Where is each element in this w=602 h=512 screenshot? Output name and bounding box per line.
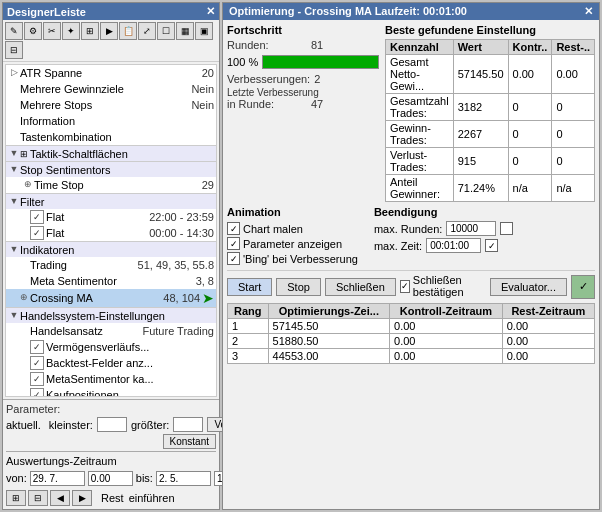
max-zeit-label: max. Zeit: xyxy=(374,240,422,252)
checkbox-flat2[interactable]: ✓ xyxy=(30,226,44,240)
bis-label: bis: xyxy=(136,472,153,484)
von-time-input[interactable] xyxy=(88,471,133,486)
best-settings-label: Beste gefundene Einstellung xyxy=(385,24,595,36)
cell-kennzahl: Verlust-Trades: xyxy=(385,148,453,175)
toolbar-btn-1[interactable]: ✎ xyxy=(5,22,23,40)
cell-rang: 1 xyxy=(228,319,269,334)
cell-wert: 3182 xyxy=(453,94,508,121)
toolbar-btn-11[interactable]: ▣ xyxy=(195,22,213,40)
stop-button[interactable]: Stop xyxy=(276,278,321,296)
max-zeit-input[interactable] xyxy=(426,238,481,253)
animation-label: Animation xyxy=(227,206,358,218)
tree-section-filter[interactable]: ▼ Filter xyxy=(6,193,216,209)
kleinster-input[interactable] xyxy=(97,417,127,432)
checkbox-schliessen[interactable]: ✓ xyxy=(400,280,410,293)
col-rest: Rest-.. xyxy=(552,40,595,55)
best-settings-table: Kennzahl Wert Kontr.. Rest-.. Gesamt Net… xyxy=(385,39,595,202)
check-mark-button[interactable]: ✓ xyxy=(571,275,595,299)
runden-value: 81 xyxy=(311,39,323,51)
checkbox-metasentimentor[interactable]: ✓ xyxy=(30,372,44,386)
tree-section-handelssystem[interactable]: ▼ Handelssystem-Einstellungen xyxy=(6,307,216,323)
checkbox-max-runden[interactable] xyxy=(500,222,513,235)
best-settings-row: Gesamt Netto-Gewi... 57145.50 0.00 0.00 xyxy=(385,55,594,94)
checkbox-backtest[interactable]: ✓ xyxy=(30,356,44,370)
toolbar-btn-4[interactable]: ✦ xyxy=(62,22,80,40)
groesster-input[interactable] xyxy=(173,417,203,432)
von-label: von: xyxy=(6,472,27,484)
cell-rang: 3 xyxy=(228,349,269,364)
evaluator-button[interactable]: Evaluator... xyxy=(490,278,567,296)
toolbar-btn-12[interactable]: ⊟ xyxy=(5,41,23,59)
checkbox-kaufpositionen[interactable]: ✓ xyxy=(30,388,44,397)
start-button[interactable]: Start xyxy=(227,278,272,296)
checkbox-bing[interactable]: ✓ xyxy=(227,252,240,265)
expand-atr: ▷ xyxy=(8,67,20,79)
tree-row-time-stop[interactable]: ⊕ Time Stop 29 xyxy=(6,177,216,193)
cell-opt: 57145.50 xyxy=(268,319,389,334)
schliessen-check-row: ✓ Schließen bestätigen xyxy=(400,274,486,298)
tree-row-backtest[interactable]: ✓ Backtest-Felder anz... xyxy=(6,355,216,371)
schliessen-button[interactable]: Schließen xyxy=(325,278,396,296)
tree-row-crossing-ma[interactable]: ⊕ Crossing MA 48, 104 ➤ xyxy=(6,289,216,307)
optimierung-panel: Optimierung - Crossing MA Laufzeit: 00:0… xyxy=(222,2,600,510)
col-wert: Wert xyxy=(453,40,508,55)
in-runde-label: in Runde: xyxy=(227,98,307,110)
best-settings-row: Gewinn-Trades: 2267 0 0 xyxy=(385,121,594,148)
left-panel-title: DesignerLeiste ✕ xyxy=(3,3,219,20)
checkbox-max-zeit[interactable]: ✓ xyxy=(485,239,498,252)
tree-row-stops[interactable]: Mehrere Stops Nein xyxy=(6,97,216,113)
tree-row-metasentimentor[interactable]: ✓ MetaSentimentor ka... xyxy=(6,371,216,387)
toolbar-btn-5[interactable]: ⊞ xyxy=(81,22,99,40)
tree-row-gewinnziele[interactable]: Mehrere Gewinnziele Nein xyxy=(6,81,216,97)
right-panel-title: Optimierung - Crossing MA Laufzeit: 00:0… xyxy=(223,3,599,20)
toolbar-btn-10[interactable]: ▦ xyxy=(176,22,194,40)
tree-row-kaufpositionen[interactable]: ✓ Kaufpositionen xyxy=(6,387,216,397)
toolbar-btn-9[interactable]: ☐ xyxy=(157,22,175,40)
nav-icon-4[interactable]: ▶ xyxy=(72,490,92,506)
checkbox-chart-malen[interactable]: ✓ xyxy=(227,222,240,235)
rank-table-row: 2 51880.50 0.00 0.00 xyxy=(228,334,595,349)
tree-row-atr[interactable]: ▷ ATR Spanne 20 xyxy=(6,65,216,81)
tree-row-vermogensverlaufs[interactable]: ✓ Vermögensverläufs... xyxy=(6,339,216,355)
tree-row-tastenkombination[interactable]: Tastenkombination xyxy=(6,129,216,145)
von-date-input[interactable] xyxy=(30,471,85,486)
toolbar-btn-3[interactable]: ✂ xyxy=(43,22,61,40)
nav-icon-1[interactable]: ⊞ xyxy=(6,490,26,506)
chart-malen-row: ✓ Chart malen xyxy=(227,222,358,235)
checkbox-vermogensverlaufs[interactable]: ✓ xyxy=(30,340,44,354)
checkbox-parameter-anzeigen[interactable]: ✓ xyxy=(227,237,240,250)
checkbox-flat1[interactable]: ✓ xyxy=(30,210,44,224)
top-section: Fortschritt Runden: 81 100 % Verbesserun… xyxy=(227,24,595,202)
best-settings-row: Verlust-Trades: 915 0 0 xyxy=(385,148,594,175)
toolbar-btn-8[interactable]: ⤢ xyxy=(138,22,156,40)
tree-section-taktik[interactable]: ▼ ⊞ Taktik-Schaltflächen xyxy=(6,145,216,161)
tree-row-flat2[interactable]: ✓ Flat 00:00 - 14:30 xyxy=(6,225,216,241)
progress-bar-fill xyxy=(263,56,378,68)
max-runden-input[interactable] xyxy=(446,221,496,236)
cell-rang: 2 xyxy=(228,334,269,349)
tree-row-handelsansatz[interactable]: Handelsansatz Future Trading xyxy=(6,323,216,339)
tree-section-stop-sentimentors[interactable]: ▼ Stop Sentimentors xyxy=(6,161,216,177)
bis-date-input[interactable] xyxy=(156,471,211,486)
cell-rest: 0.00 xyxy=(502,349,594,364)
best-settings-row: Gesamtzahl Trades: 3182 0 0 xyxy=(385,94,594,121)
cell-wert: 71.24% xyxy=(453,175,508,202)
nav-icon-3[interactable]: ◀ xyxy=(50,490,70,506)
tree-row-information[interactable]: Information xyxy=(6,113,216,129)
nav-icon-2[interactable]: ⊟ xyxy=(28,490,48,506)
cell-kennzahl: Gesamt Netto-Gewi... xyxy=(385,55,453,94)
cell-kontr: 0.00 xyxy=(508,55,552,94)
toolbar-btn-2[interactable]: ⚙ xyxy=(24,22,42,40)
tree-row-trading[interactable]: Trading 51, 49, 35, 55.8 xyxy=(6,257,216,273)
toolbar-btn-6[interactable]: ▶ xyxy=(100,22,118,40)
cell-wert: 915 xyxy=(453,148,508,175)
col-kennzahl: Kennzahl xyxy=(385,40,453,55)
rank-table-row: 1 57145.50 0.00 0.00 xyxy=(228,319,595,334)
tree-row-flat1[interactable]: ✓ Flat 22:00 - 23:59 xyxy=(6,209,216,225)
konstant-button[interactable]: Konstant xyxy=(163,434,216,449)
progress-section: Fortschritt Runden: 81 100 % Verbesserun… xyxy=(227,24,379,202)
tree-row-meta-sentimentor[interactable]: Meta Sentimentor 3, 8 xyxy=(6,273,216,289)
toolbar-btn-7[interactable]: 📋 xyxy=(119,22,137,40)
tree-section-indikatoren[interactable]: ▼ Indikatoren xyxy=(6,241,216,257)
rank-table: Rang Optimierungs-Zei... Kontroll-Zeitra… xyxy=(227,303,595,364)
